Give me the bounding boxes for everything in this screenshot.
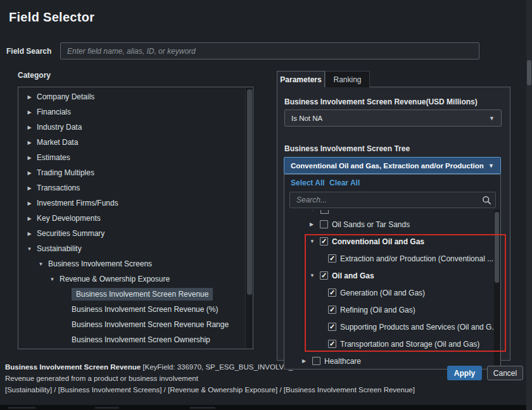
category-item-trading-multiples[interactable]: ▶ Trading Multiples: [18, 165, 244, 180]
chevron-down-icon: ▼: [489, 115, 495, 121]
background-fragment: [190, 407, 215, 409]
tab-parameters[interactable]: Parameters: [277, 71, 325, 87]
category-item-bis-revenue-pct[interactable]: Business Involvement Screen Revenue (%): [18, 302, 244, 317]
caret-right-icon[interactable]: ▶: [26, 185, 33, 191]
checkbox-checked[interactable]: ✓: [328, 306, 336, 314]
category-item-bis-revenue-range[interactable]: Business Involvement Screen Revenue Rang…: [18, 317, 244, 332]
caret-down-icon[interactable]: ▼: [310, 273, 317, 278]
revenue-filter-dropdown[interactable]: Is Not NA ▼: [284, 109, 502, 127]
tree-dropdown[interactable]: Conventional Oil and Gas, Extraction and…: [284, 157, 501, 174]
apply-button[interactable]: Apply: [447, 366, 482, 380]
tree-dropdown-value: Conventional Oil and Gas, Extraction and…: [291, 162, 484, 170]
caret-right-icon[interactable]: ▶: [26, 216, 33, 221]
tree-item-refining-oil-and-gas[interactable]: ✓ Refining (Oil and Gas): [284, 301, 495, 318]
chevron-down-icon: ▼: [488, 163, 494, 169]
category-item-market-data[interactable]: ▶ Market Data: [18, 135, 244, 150]
category-item-label: Investment Firms/Funds: [37, 199, 118, 208]
tree-item-label: Transportation and Storage (Oil and Gas): [340, 340, 479, 349]
caret-right-icon[interactable]: ▶: [26, 125, 33, 130]
background-fragment: [8, 407, 35, 409]
caret-right-icon[interactable]: ▶: [26, 94, 33, 100]
caret-right-icon[interactable]: ▶: [26, 170, 33, 176]
checkbox-checked[interactable]: ✓: [328, 254, 336, 263]
checkbox-unchecked[interactable]: [320, 220, 328, 228]
tree-item-transportation-and-storage[interactable]: ✓ Transportation and Storage (Oil and Ga…: [284, 335, 495, 352]
window-scrollbar[interactable]: [526, 0, 532, 410]
checkbox-unchecked[interactable]: [312, 357, 320, 365]
caret-down-icon[interactable]: ▼: [37, 261, 44, 267]
caret-down-icon[interactable]: ▼: [26, 246, 33, 252]
category-item-bis-revenue[interactable]: Business Involvement Screen Revenue: [18, 287, 244, 302]
category-item-transactions[interactable]: ▶ Transactions: [18, 180, 244, 196]
category-scrollbar-thumb[interactable]: [247, 89, 252, 295]
category-item-label: Sustainability: [37, 244, 82, 253]
category-item-investment-firms-funds[interactable]: ▶ Investment Firms/Funds: [18, 196, 244, 211]
category-item-label: Transactions: [37, 183, 80, 192]
checkbox-partial: [320, 210, 329, 214]
checkbox-checked[interactable]: ✓: [328, 323, 336, 331]
category-item-bis-ownership[interactable]: Business Involvement Screen Ownership: [18, 332, 244, 347]
tree-item-extraction-production[interactable]: ✓ Extraction and/or Production (Conventi…: [284, 250, 495, 267]
category-label: Category: [18, 71, 51, 80]
check-icon: ✓: [329, 323, 335, 330]
caret-down-icon[interactable]: ▼: [310, 239, 317, 244]
field-path: [Sustainability] / [Business Involvement…: [5, 386, 521, 394]
category-item-key-developments[interactable]: ▶ Key Developments: [18, 211, 244, 226]
cancel-button[interactable]: Cancel: [487, 366, 523, 380]
category-item-label: Trading Multiples: [37, 168, 94, 177]
category-item-label: Business Involvement Screens: [48, 259, 152, 268]
check-icon: ✓: [321, 238, 327, 245]
field-description: Revenue generated from a product or busi…: [5, 375, 521, 382]
field-search-input[interactable]: [60, 42, 479, 59]
caret-right-icon[interactable]: ▶: [26, 109, 33, 115]
category-item-label: Business Involvement Screen Revenue (%): [72, 305, 218, 314]
category-item-label: Securities Summary: [37, 229, 104, 238]
category-item-company-details[interactable]: ▶ Company Details: [18, 89, 244, 104]
caret-down-icon[interactable]: ▼: [49, 276, 56, 282]
checkbox-checked[interactable]: ✓: [328, 289, 336, 297]
background-fragment: [95, 407, 119, 409]
tree-item-oil-sands-or-tar-sands[interactable]: ▶ Oil Sands or Tar Sands: [284, 216, 495, 233]
category-item-financials[interactable]: ▶ Financials: [18, 104, 244, 120]
tree-item-supporting-products-services[interactable]: ✓ Supporting Products and Services (Oil …: [284, 318, 495, 335]
window-scrollbar-thumb[interactable]: [527, 60, 531, 85]
field-selector-screen: Field Selector Field Search Category ▶ C…: [0, 0, 532, 410]
tree-scrollbar-thumb[interactable]: [495, 212, 499, 283]
category-item-business-involvement-screens[interactable]: ▼ Business Involvement Screens: [18, 256, 244, 271]
search-icon: [482, 196, 491, 205]
field-search-label: Field Search: [6, 47, 51, 56]
checkbox-checked[interactable]: ✓: [328, 340, 336, 348]
category-item-industry-data[interactable]: ▶ Industry Data: [18, 120, 244, 135]
tree-item-generation-oil-and-gas[interactable]: ✓ Generation (Oil and Gas): [284, 284, 495, 301]
check-icon: ✓: [329, 289, 335, 296]
check-icon: ✓: [321, 272, 327, 279]
tab-ranking[interactable]: Ranking: [325, 71, 370, 87]
tree-scrollbar[interactable]: [494, 210, 500, 369]
category-tree: ▶ Company Details ▶ Financials ▶ Industr…: [18, 89, 244, 347]
tree-item-label: Refining (Oil and Gas): [340, 306, 415, 314]
category-item-label: Market Data: [37, 138, 78, 147]
field-name: Business Involvement Screen Revenue: [5, 363, 141, 371]
category-item-estimates[interactable]: ▶ Estimates: [18, 150, 244, 165]
tree-search-input[interactable]: [289, 192, 496, 208]
caret-right-icon[interactable]: ▶: [26, 140, 33, 146]
checkbox-checked[interactable]: ✓: [320, 271, 328, 280]
tree-item-label: Oil and Gas: [332, 271, 374, 280]
tree-item-oil-and-gas[interactable]: ▼ ✓ Oil and Gas: [284, 267, 495, 284]
clear-all-link[interactable]: Clear All: [329, 178, 360, 187]
category-scrollbar[interactable]: [245, 87, 253, 349]
caret-right-icon[interactable]: ▶: [26, 201, 33, 206]
field-meta: [KeyField: 336970, SP_ESG_BUS_INVOLVE_RE…: [141, 363, 308, 371]
tree-item-conventional-oil-and-gas[interactable]: ▼ ✓ Conventional Oil and Gas: [284, 233, 495, 250]
checkbox-checked[interactable]: ✓: [320, 237, 328, 245]
category-item-sustainability[interactable]: ▼ Sustainability: [18, 241, 244, 256]
caret-right-icon[interactable]: ▶: [26, 231, 33, 237]
caret-right-icon[interactable]: ▶: [26, 155, 33, 161]
caret-right-icon[interactable]: ▶: [310, 221, 317, 227]
category-item-revenue-ownership-exposure[interactable]: ▼ Revenue & Ownership Exposure: [18, 271, 244, 287]
category-item-securities-summary[interactable]: ▶ Securities Summary: [18, 226, 244, 241]
tree-item-label: Oil Sands or Tar Sands: [332, 220, 410, 229]
dialog-title: Field Selector: [9, 10, 94, 25]
select-all-link[interactable]: Select All: [291, 178, 325, 187]
caret-right-icon[interactable]: ▶: [302, 358, 310, 364]
